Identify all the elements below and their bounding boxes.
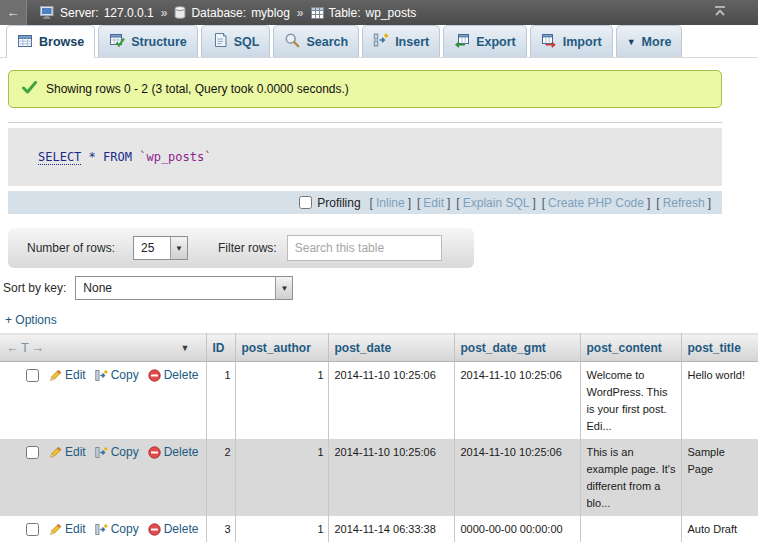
column-header-post-date[interactable]: post_date [328, 334, 454, 362]
edit-row-link[interactable]: Edit [65, 444, 86, 461]
cell-id: 1 [206, 362, 235, 440]
delete-row-link[interactable]: Delete [164, 521, 199, 538]
collapse-icon [712, 5, 728, 20]
copy-row-link[interactable]: Copy [111, 367, 139, 384]
bracket: [ [456, 196, 459, 210]
cell-post-title: Auto Draft [681, 516, 758, 542]
chevron-down-icon: ▼ [170, 237, 187, 259]
export-arrow-icon [454, 32, 470, 51]
bracket: [ [542, 196, 545, 210]
options-toggle-link[interactable]: + Options [5, 313, 57, 327]
status-text: Showing rows 0 - 2 (3 total, Query took … [46, 82, 349, 96]
expand-columns-icon[interactable]: ←T→ [6, 340, 46, 355]
browse-icon [17, 33, 33, 52]
rows-per-page-value: 25 [134, 237, 170, 259]
row-checkbox[interactable] [26, 369, 39, 382]
profiling-label[interactable]: Profiling [317, 196, 360, 210]
table-label: Table: [329, 6, 361, 20]
sql-keyword-select[interactable]: SELECT [38, 150, 81, 165]
import-arrow-icon [541, 32, 557, 51]
sort-caret-icon[interactable]: ▼ [181, 343, 190, 353]
search-icon [284, 32, 300, 51]
edit-row-link[interactable]: Edit [65, 521, 86, 538]
copy-row-icon [95, 523, 108, 536]
copy-row-link[interactable]: Copy [111, 444, 139, 461]
green-check-icon [22, 81, 37, 97]
tab-browse[interactable]: Browse [6, 25, 95, 58]
column-header-post-title[interactable]: post_title [681, 334, 758, 362]
inline-link[interactable]: Inline [376, 196, 405, 210]
column-header-actions: ←T→ ▼ [0, 334, 206, 362]
sort-by-key-row: Sort by key: None ▼ [3, 276, 758, 300]
bracket: [ [656, 196, 659, 210]
table-link[interactable]: wp_posts [366, 6, 417, 20]
cell-post-title: Sample Page [681, 439, 758, 516]
edit-query-link[interactable]: Edit [423, 196, 444, 210]
tab-label: Structure [131, 35, 187, 49]
database-link[interactable]: myblog [251, 6, 290, 20]
left-arrow-icon: ← [7, 5, 20, 20]
tab-structure[interactable]: Structure [98, 25, 198, 57]
profiling-checkbox[interactable] [299, 196, 312, 209]
results-table: ←T→ ▼ ID post_author post_date post_date… [0, 333, 758, 542]
cell-post-author: 1 [235, 516, 328, 542]
column-header-post-date-gmt[interactable]: post_date_gmt [454, 334, 580, 362]
tab-insert[interactable]: Insert [362, 25, 440, 57]
caret-down-icon: ▼ [627, 37, 636, 47]
back-button[interactable]: ← [0, 0, 27, 25]
status-message: Showing rows 0 - 2 (3 total, Query took … [8, 70, 722, 108]
row-controls-bar: Number of rows: 25 ▼ Filter rows: [8, 228, 474, 268]
breadcrumb: Server: 127.0.0.1 » Database: myblog » T… [40, 6, 712, 20]
sql-star: * [89, 150, 96, 164]
cell-post-content: This is an example page. It's different … [580, 439, 681, 516]
number-of-rows-label: Number of rows: [27, 241, 115, 255]
delete-row-link[interactable]: Delete [164, 444, 199, 461]
cell-post-author: 1 [235, 439, 328, 516]
table-tabs: Browse Structure SQL Search Insert Expor… [0, 25, 758, 58]
bracket: ] [647, 196, 650, 210]
row-checkbox[interactable] [26, 446, 39, 459]
chevron-down-icon: ▼ [275, 277, 292, 299]
tab-export[interactable]: Export [443, 25, 527, 57]
breadcrumb-separator: » [297, 6, 304, 20]
bracket: ] [708, 196, 711, 210]
cell-post-author: 1 [235, 362, 328, 440]
cell-post-content: Welcome to WordPress. This is your first… [580, 362, 681, 440]
refresh-link[interactable]: Refresh [663, 196, 705, 210]
rows-per-page-select[interactable]: 25 ▼ [133, 236, 188, 260]
tab-label: Insert [395, 35, 429, 49]
delete-row-link[interactable]: Delete [164, 367, 199, 384]
tab-sql[interactable]: SQL [201, 25, 271, 57]
cell-post-date: 2014-11-10 10:25:06 [328, 439, 454, 516]
tab-import[interactable]: Import [530, 25, 613, 57]
tab-more[interactable]: ▼ More [616, 25, 683, 57]
tab-label: More [642, 35, 672, 49]
server-link[interactable]: 127.0.0.1 [104, 6, 154, 20]
filter-rows-input[interactable] [287, 235, 442, 261]
sort-by-key-select[interactable]: None ▼ [75, 276, 293, 300]
copy-row-link[interactable]: Copy [111, 521, 139, 538]
column-header-post-content[interactable]: post_content [580, 334, 681, 362]
sql-table-identifier: `wp_posts` [139, 150, 211, 164]
server-label: Server: [60, 6, 99, 20]
column-header-id[interactable]: ID [206, 334, 235, 362]
sql-query-box: SELECT * FROM `wp_posts` [8, 128, 722, 186]
collapse-panel-button[interactable] [712, 5, 728, 20]
sql-page-icon [212, 32, 228, 51]
tab-search[interactable]: Search [273, 25, 359, 57]
tab-label: Search [306, 35, 348, 49]
table-icon [311, 7, 324, 19]
create-php-code-link[interactable]: Create PHP Code [548, 196, 644, 210]
row-checkbox[interactable] [26, 523, 39, 536]
cell-post-date-gmt: 0000-00-00 00:00:00 [454, 516, 580, 542]
sort-by-key-value: None [76, 277, 275, 299]
edit-row-link[interactable]: Edit [65, 367, 86, 384]
bracket: ] [447, 196, 450, 210]
bracket: ] [408, 196, 411, 210]
database-icon [174, 6, 186, 19]
explain-sql-link[interactable]: Explain SQL [463, 196, 530, 210]
delete-minus-icon [148, 369, 161, 382]
column-header-post-author[interactable]: post_author [235, 334, 328, 362]
cell-post-date: 2014-11-10 10:25:06 [328, 362, 454, 440]
filter-rows-label: Filter rows: [218, 241, 277, 255]
